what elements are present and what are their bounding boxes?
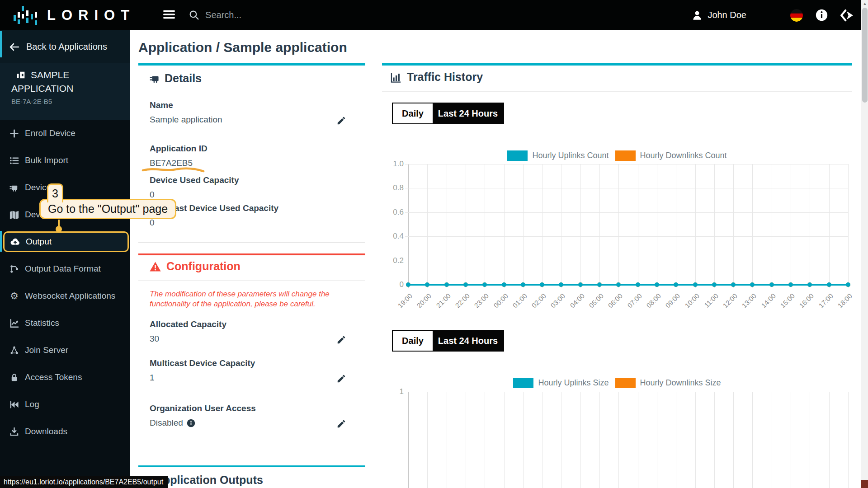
logout-icon[interactable] bbox=[840, 9, 854, 22]
sidebar-item-label: Statistics bbox=[25, 318, 59, 328]
device-used-capacity-label: Device Used Capacity bbox=[150, 175, 239, 185]
legend-item-downlinks-size[interactable]: Hourly Downlinks Size bbox=[615, 378, 721, 388]
organization-user-access-value: Disabled bbox=[150, 418, 195, 428]
hamburger-icon bbox=[162, 8, 176, 21]
y-axis-tick-label: 0.4 bbox=[383, 232, 404, 241]
info-small-icon[interactable] bbox=[187, 419, 195, 427]
y-axis-tick-label: 0.8 bbox=[383, 183, 404, 192]
navbar-right: John Doe bbox=[691, 0, 854, 30]
sidebar-item-label: Enroll Device bbox=[25, 128, 75, 138]
uplinks-size-label: Hourly Uplinks Size bbox=[538, 378, 609, 388]
y-axis-tick-label: 0 bbox=[383, 280, 404, 289]
sidebar-item-join-server[interactable]: Join Server bbox=[0, 337, 130, 364]
sidebar-item-bulk-import[interactable]: Bulk Import bbox=[0, 147, 130, 174]
edit-organization-access-icon[interactable] bbox=[336, 419, 346, 429]
loriot-app-screen: LORIOT John Doe bbox=[0, 0, 868, 488]
cloud-upload-icon bbox=[10, 237, 20, 247]
divider bbox=[382, 91, 852, 92]
details-icon bbox=[149, 73, 161, 84]
search-icon bbox=[189, 9, 200, 21]
back-to-applications[interactable]: Back to Applications bbox=[0, 30, 130, 63]
sidebar-item-label: Websocket Applications bbox=[25, 291, 115, 301]
user-icon bbox=[691, 9, 703, 21]
sidebar-item-label: Bulk Import bbox=[25, 155, 68, 165]
gear-icon: ⚙ bbox=[9, 291, 19, 301]
downlinks-count-swatch bbox=[615, 150, 636, 161]
application-id-label: Application ID bbox=[150, 144, 208, 154]
edit-name-icon[interactable] bbox=[336, 116, 346, 126]
user-menu[interactable]: John Doe bbox=[691, 9, 746, 21]
multicast-device-used-capacity-value: 0 bbox=[150, 218, 155, 228]
sidebar-item-label: Output Data Format bbox=[25, 264, 101, 274]
arrow-left-icon bbox=[9, 42, 20, 52]
legend-item-uplinks-count[interactable]: Hourly Uplinks Count bbox=[507, 150, 609, 161]
sidebar-item-access-tokens[interactable]: Access Tokens bbox=[0, 364, 130, 391]
traffic-history-title: Traffic History bbox=[407, 70, 483, 84]
organization-user-access-label: Organization User Access bbox=[150, 404, 256, 413]
sidebar-item-downloads[interactable]: Downloads bbox=[0, 418, 130, 445]
edit-multicast-capacity-icon[interactable] bbox=[336, 374, 346, 384]
downlinks-size-label: Hourly Downlinks Size bbox=[640, 378, 721, 388]
legend-item-downlinks-count[interactable]: Hourly Downlinks Count bbox=[615, 150, 727, 161]
application-name-line2: APPLICATION bbox=[0, 83, 130, 94]
page-scrollbar[interactable]: ▲ bbox=[861, 0, 868, 488]
uplinks-count-label: Hourly Uplinks Count bbox=[532, 151, 609, 160]
global-search bbox=[189, 9, 305, 21]
edit-allocated-capacity-icon[interactable] bbox=[336, 335, 346, 345]
search-input[interactable] bbox=[205, 10, 305, 20]
sizes-legend: Hourly Uplinks Size Hourly Downlinks Siz… bbox=[382, 378, 852, 388]
configuration-card: Configuration The modification of these … bbox=[138, 253, 365, 457]
downlinks-size-swatch bbox=[615, 378, 636, 388]
sizes-daily-tab[interactable]: Daily bbox=[393, 331, 433, 351]
divider bbox=[138, 280, 365, 281]
sidebar-item-log[interactable]: Log bbox=[0, 391, 130, 418]
back-label: Back to Applications bbox=[26, 42, 107, 52]
counts-chart: 19:0020:0021:0022:0023:0000:0001:0002:00… bbox=[408, 164, 849, 285]
menu-toggle-button[interactable] bbox=[162, 8, 176, 23]
traffic-history-card: Traffic History Daily Last 24 Hours Hour… bbox=[382, 63, 852, 488]
counts-daily-tab[interactable]: Daily bbox=[393, 103, 433, 123]
organization-user-access-text: Disabled bbox=[150, 418, 183, 428]
name-value: Sample application bbox=[150, 115, 222, 125]
sidebar-item-devices[interactable]: Devices bbox=[0, 174, 130, 201]
loriot-logo[interactable]: LORIOT bbox=[13, 4, 135, 27]
user-name: John Doe bbox=[708, 10, 746, 20]
configuration-warning-text: The modification of these parameters wil… bbox=[150, 289, 353, 309]
sidebar-item-output[interactable]: Output bbox=[3, 231, 129, 252]
log-icon bbox=[9, 399, 19, 410]
multicast-device-capacity-value: 1 bbox=[150, 373, 155, 383]
sidebar-item-output-data-format[interactable]: Output Data Format bbox=[0, 255, 130, 282]
allocated-capacity-label: Allocated Capacity bbox=[150, 319, 226, 329]
counts-legend: Hourly Uplinks Count Hourly Downlinks Co… bbox=[382, 150, 852, 161]
language-flag-icon[interactable] bbox=[790, 9, 803, 22]
sidebar-item-statistics[interactable]: Statistics bbox=[0, 310, 130, 337]
loriot-logo-icon bbox=[13, 4, 41, 27]
loriot-logo-text: LORIOT bbox=[47, 7, 135, 23]
divider bbox=[138, 92, 365, 92]
sidebar-menu: Enroll Device Bulk Import Devices Device… bbox=[0, 120, 130, 445]
counts-last24-tab[interactable]: Last 24 Hours bbox=[433, 103, 503, 123]
sizes-last24-tab[interactable]: Last 24 Hours bbox=[433, 331, 503, 351]
application-id-short: BE-7A-2E-B5 bbox=[0, 98, 130, 105]
highlight-underline bbox=[140, 166, 206, 174]
warning-icon bbox=[149, 261, 161, 273]
info-icon[interactable] bbox=[815, 9, 828, 22]
sidebar-item-enroll-device[interactable]: Enroll Device bbox=[0, 120, 130, 147]
multicast-device-capacity-label: Multicast Device Capacity bbox=[150, 358, 255, 368]
device-used-capacity-value: 0 bbox=[150, 190, 155, 200]
bar-chart-icon bbox=[390, 71, 402, 84]
scrollbar-thumb[interactable] bbox=[862, 8, 868, 103]
scroll-down-arrow[interactable] bbox=[861, 480, 868, 488]
sidebar-item-label: Output bbox=[26, 237, 52, 247]
allocated-capacity-value: 30 bbox=[150, 334, 159, 344]
device-icon bbox=[9, 183, 19, 193]
configuration-title: Configuration bbox=[166, 260, 241, 273]
application-icon bbox=[16, 70, 26, 80]
tooltip-connector-dot bbox=[56, 226, 62, 232]
sidebar-item-label: Join Server bbox=[25, 345, 68, 355]
sidebar-item-websocket-applications[interactable]: ⚙ Websocket Applications bbox=[0, 282, 130, 310]
scroll-up-arrow[interactable]: ▲ bbox=[861, 0, 868, 8]
legend-item-uplinks-size[interactable]: Hourly Uplinks Size bbox=[513, 378, 609, 388]
download-icon bbox=[9, 427, 19, 437]
uplinks-size-swatch bbox=[513, 378, 533, 388]
